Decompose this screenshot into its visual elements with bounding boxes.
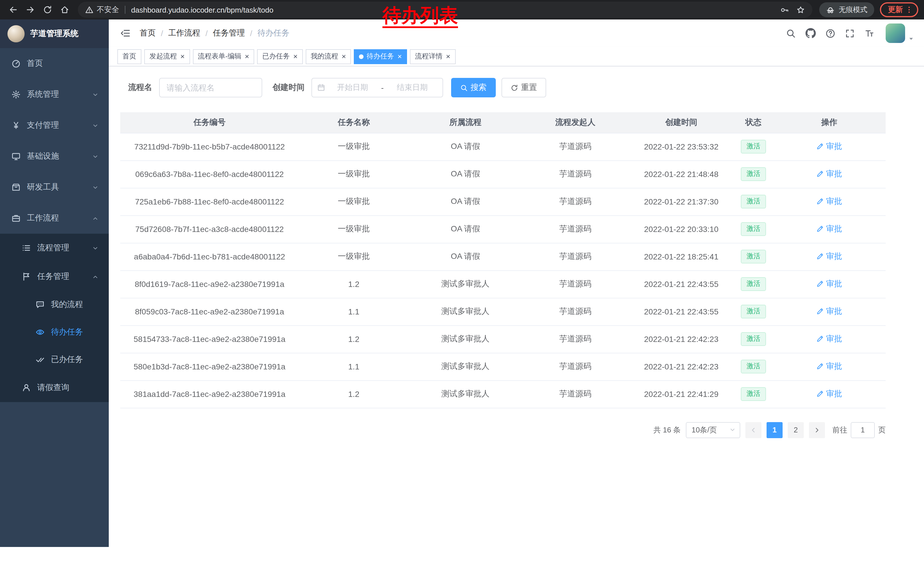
approve-link[interactable]: 审批 [816, 334, 842, 344]
kebab-menu-icon[interactable] [905, 6, 913, 14]
page-size-value: 10条/页 [692, 425, 717, 435]
password-key-icon[interactable] [780, 6, 789, 14]
prev-page-button[interactable] [746, 422, 761, 438]
bookmark-star-icon[interactable] [796, 6, 805, 14]
tab-close-icon[interactable]: × [342, 53, 346, 60]
approve-link[interactable]: 审批 [816, 224, 842, 234]
sidebar-item-process-management[interactable]: 流程管理 [0, 234, 109, 262]
task-name-cell: 一级审批 [338, 169, 370, 178]
font-size-button[interactable] [864, 29, 874, 38]
breadcrumb-task-management[interactable]: 任务管理 [213, 28, 245, 38]
tab-label: 我的流程 [311, 51, 338, 61]
security-indicator[interactable]: 不安全 [85, 5, 119, 15]
initiator-cell: 芋道源码 [560, 197, 591, 206]
goto-page: 前往 页 [832, 422, 886, 438]
task-id-cell: 8f0d1619-7ac8-11ec-a9e2-a2380e71991a [135, 279, 285, 289]
status-badge: 激活 [741, 277, 766, 291]
page-size-select[interactable]: 10条/页 [686, 422, 740, 438]
sidebar-collapse-button[interactable] [113, 20, 137, 47]
home-icon [60, 5, 69, 14]
incognito-icon [826, 6, 835, 14]
breadcrumb-workflow[interactable]: 工作流程 [168, 28, 200, 38]
approve-link[interactable]: 审批 [816, 197, 842, 207]
approve-link[interactable]: 审批 [816, 141, 842, 152]
reset-button[interactable]: 重置 [501, 78, 546, 98]
column-header-initiator: 流程发起人 [522, 112, 628, 133]
initiator-cell: 芋道源码 [560, 334, 591, 343]
header-search-button[interactable] [786, 29, 796, 38]
tab-close-icon[interactable]: × [293, 53, 297, 60]
tab-home[interactable]: 首页 [117, 49, 141, 64]
avatar[interactable] [886, 24, 905, 43]
user-menu[interactable] [886, 24, 914, 43]
app-logo[interactable]: 芋道管理系统 [0, 20, 109, 48]
page-button-2[interactable]: 2 [788, 422, 804, 438]
tab-start-process[interactable]: 发起流程 × [144, 49, 190, 64]
approve-link[interactable]: 审批 [816, 169, 842, 179]
page-content: 流程名 创建时间 开始日期 - 结束日期 搜索 重 [109, 66, 924, 438]
tab-process-detail[interactable]: 流程详情 × [410, 49, 455, 64]
breadcrumb-home[interactable]: 首页 [140, 28, 156, 38]
next-page-button[interactable] [809, 422, 825, 438]
help-button[interactable] [825, 29, 835, 38]
approve-link[interactable]: 审批 [816, 251, 842, 262]
fullscreen-button[interactable] [845, 29, 855, 38]
sidebar-item-todo-tasks[interactable]: 待办任务 [0, 318, 109, 346]
table-row: 381aa1dd-7ac8-11ec-a9e2-a2380e71991a 1.2… [120, 380, 886, 408]
search-icon [460, 84, 468, 92]
sidebar-item-leave-query[interactable]: 请假查询 [0, 374, 109, 402]
browser-chrome: 不安全 dashboard.yudao.iocoder.cn/bpm/task/… [0, 0, 924, 20]
tab-label: 流程详情 [415, 51, 442, 61]
edit-icon [816, 335, 824, 343]
sidebar-item-infrastructure[interactable]: 基础设施 [0, 141, 109, 172]
briefcase-icon [12, 214, 21, 223]
browser-reload-button[interactable] [39, 1, 56, 18]
table-row: 8f059c03-7ac8-11ec-a9e2-a2380e71991a 1.1… [120, 298, 886, 325]
sidebar-item-dev-tools[interactable]: 研发工具 [0, 172, 109, 203]
sidebar-item-task-management[interactable]: 任务管理 [0, 262, 109, 291]
sidebar-item-workflow[interactable]: 工作流程 [0, 203, 109, 234]
tab-done-tasks[interactable]: 已办任务 × [257, 49, 303, 64]
goto-page-input[interactable] [851, 422, 875, 438]
tab-close-icon[interactable]: × [446, 53, 450, 60]
sidebar-item-system-management[interactable]: 系统管理 [0, 79, 109, 110]
tab-close-icon[interactable]: × [180, 53, 184, 60]
chevron-down-icon [729, 427, 736, 433]
page-button-1[interactable]: 1 [766, 422, 783, 438]
tab-close-icon[interactable]: × [398, 53, 402, 60]
search-button[interactable]: 搜索 [451, 78, 496, 98]
reset-button-label: 重置 [521, 83, 537, 93]
create-time-cell: 2022-01-21 22:42:23 [644, 335, 718, 344]
process-cell: 测试多审批人 [441, 362, 489, 371]
sidebar-item-done-tasks[interactable]: 已办任务 [0, 346, 109, 374]
tab-my-process[interactable]: 我的流程 × [306, 49, 351, 64]
browser-update-button[interactable]: 更新 [880, 2, 918, 17]
sidebar-menu: 首页 系统管理 支付管理 基础设施 [0, 48, 109, 402]
browser-home-button[interactable] [56, 1, 73, 18]
sidebar-item-home[interactable]: 首页 [0, 48, 109, 79]
tab-close-icon[interactable]: × [245, 53, 249, 60]
process-cell: OA 请假 [451, 141, 480, 151]
browser-forward-button[interactable] [22, 1, 39, 18]
total-count: 共 16 条 [654, 425, 681, 435]
create-time-range-picker[interactable]: 开始日期 - 结束日期 [311, 78, 443, 98]
app-logo-image [8, 25, 25, 42]
approve-link-label: 审批 [826, 389, 842, 399]
app-window: 芋道管理系统 首页 系统管理 支付管理 [0, 20, 924, 563]
search-button-label: 搜索 [471, 83, 487, 93]
filter-bar: 流程名 创建时间 开始日期 - 结束日期 搜索 重 [120, 78, 924, 98]
tab-todo-tasks[interactable]: 待办任务 × [354, 49, 407, 64]
approve-link[interactable]: 审批 [816, 362, 842, 372]
sidebar-item-payment-management[interactable]: 支付管理 [0, 110, 109, 141]
table-header: 任务编号 任务名称 所属流程 流程发起人 创建时间 状态 操作 [120, 112, 886, 133]
github-link[interactable] [806, 28, 816, 38]
process-cell: OA 请假 [451, 224, 480, 233]
font-size-icon [864, 29, 874, 38]
browser-back-button[interactable] [4, 1, 22, 18]
approve-link[interactable]: 审批 [816, 306, 842, 317]
approve-link[interactable]: 审批 [816, 389, 842, 399]
process-name-input[interactable] [159, 78, 262, 98]
tab-process-form-edit[interactable]: 流程表单-编辑 × [193, 49, 254, 64]
sidebar-item-my-process[interactable]: 我的流程 [0, 291, 109, 318]
approve-link[interactable]: 审批 [816, 279, 842, 289]
